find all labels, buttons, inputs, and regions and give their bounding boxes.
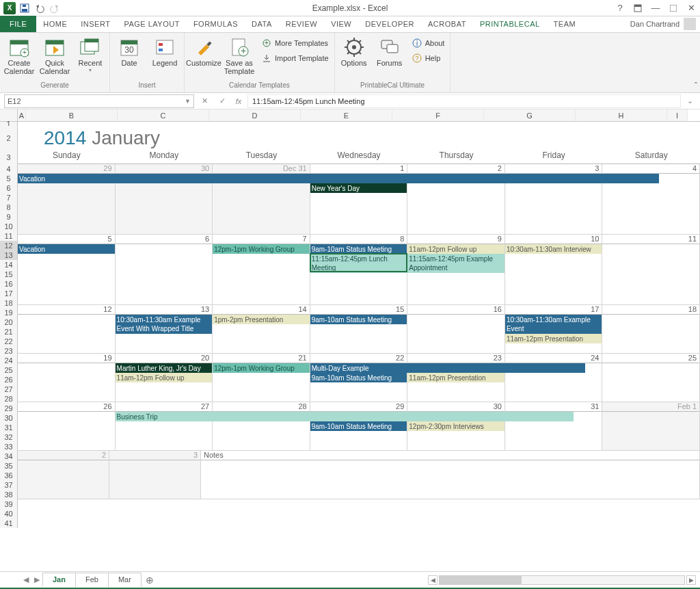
date-cell[interactable]: 28 — [213, 402, 310, 412]
calendar-event[interactable]: 11am-12pm Presentation — [505, 334, 602, 343]
save-icon[interactable] — [18, 1, 31, 15]
calendar-event[interactable]: 10:30am-11:30am Example Event — [505, 315, 602, 334]
row-header[interactable]: 17 — [0, 289, 18, 298]
row-header[interactable]: 30 — [0, 413, 18, 423]
row-header[interactable]: 23 — [0, 346, 18, 356]
collapse-ribbon-icon[interactable]: ˆ — [695, 81, 697, 91]
tab-data[interactable]: DATA — [245, 16, 279, 32]
row-header[interactable]: 16 — [0, 279, 18, 289]
sheet-tab-mar[interactable]: Mar — [108, 573, 142, 587]
date-cell[interactable]: 3 — [505, 164, 602, 174]
date-cell[interactable]: 31 — [505, 402, 602, 412]
date-cell[interactable]: 14 — [213, 305, 310, 315]
formula-input[interactable]: 11:15am-12:45pm Lunch Meeting — [247, 94, 681, 108]
tab-acrobat[interactable]: ACROBAT — [421, 16, 473, 32]
minimize-icon[interactable]: — — [649, 2, 662, 14]
tab-page-layout[interactable]: PAGE LAYOUT — [117, 16, 187, 32]
date-cell[interactable]: 21 — [213, 354, 310, 363]
date-cell[interactable]: 17 — [505, 305, 602, 315]
close-icon[interactable]: ✕ — [685, 2, 697, 14]
sheet-canvas[interactable]: 2014 January SundayMondayTuesdayWednesda… — [18, 122, 700, 571]
calendar-event[interactable]: Vacation — [18, 244, 115, 254]
row-header[interactable]: 8 — [0, 202, 18, 212]
tab-team[interactable]: TEAM — [547, 16, 583, 32]
date-cell[interactable]: 26 — [18, 402, 115, 412]
import-template-button[interactable]: Import Template — [258, 51, 332, 65]
calendar-event[interactable]: 11:15am-12:45pm Example Appointment — [407, 254, 504, 273]
help-icon[interactable]: ? — [614, 2, 626, 14]
sheet-nav-next-icon[interactable]: ▶ — [31, 575, 42, 584]
calendar-event[interactable]: 12pm-1pm Working Group — [213, 363, 310, 373]
col-header[interactable]: I — [667, 109, 688, 121]
about-button[interactable]: iAbout — [409, 36, 448, 50]
date-cell[interactable]: 23 — [407, 354, 504, 363]
calendar-event[interactable]: New Year's Day — [310, 183, 407, 193]
row-header[interactable]: 24 — [0, 356, 18, 365]
forums-button[interactable]: Forums — [373, 35, 406, 81]
row-header[interactable]: 37 — [0, 480, 18, 490]
more-templates-button[interactable]: +More Templates — [258, 36, 332, 50]
date-cell[interactable]: 20 — [116, 354, 213, 363]
calendar-event[interactable]: 11am-12pm Presentation — [407, 373, 504, 382]
calendar-event[interactable]: 1pm-2pm Presentation — [213, 315, 310, 324]
row-header[interactable]: 6 — [0, 183, 18, 193]
col-header[interactable]: D — [209, 109, 301, 121]
date-cell[interactable]: 15 — [310, 305, 407, 315]
sheet-tab-feb[interactable]: Feb — [75, 573, 109, 587]
customize-button[interactable]: Customize — [187, 35, 220, 81]
tab-developer[interactable]: DEVELOPER — [358, 16, 421, 32]
date-cell[interactable]: 22 — [310, 354, 407, 363]
date-cell[interactable]: 30 — [407, 402, 504, 412]
legend-button[interactable]: Legend — [148, 35, 181, 81]
row-header[interactable]: 15 — [0, 270, 18, 279]
date-cell[interactable]: 18 — [602, 305, 699, 315]
row-header[interactable]: 41 — [0, 519, 18, 528]
col-header[interactable]: G — [484, 109, 576, 121]
calendar-event[interactable]: 11am-12pm Follow up — [116, 373, 213, 382]
row-header[interactable]: 35 — [0, 461, 18, 471]
date-cell[interactable]: 16 — [407, 305, 504, 315]
row-header[interactable]: 39 — [0, 499, 18, 509]
date-cell[interactable]: 30 — [116, 164, 213, 174]
calendar-event[interactable]: 12pm-1pm Working Group — [213, 244, 310, 254]
row-header[interactable]: 20 — [0, 317, 18, 327]
date-cell[interactable]: 27 — [116, 402, 213, 412]
col-header[interactable]: A — [18, 109, 26, 121]
options-button[interactable]: Options — [338, 35, 371, 81]
horizontal-scrollbar[interactable]: ◀ ▶ — [428, 575, 696, 585]
row-header[interactable]: 14 — [0, 260, 18, 270]
help-button[interactable]: ?Help — [409, 51, 448, 65]
date-cell[interactable]: 29 — [310, 402, 407, 412]
user-account[interactable]: Dan Chartrand — [630, 18, 696, 30]
row-header[interactable]: 40 — [0, 509, 18, 519]
row-header[interactable]: 27 — [0, 384, 18, 394]
recent-button[interactable]: Recent▾ — [74, 35, 107, 81]
tab-insert[interactable]: INSERT — [74, 16, 117, 32]
row-header[interactable]: 34 — [0, 451, 18, 461]
col-header[interactable]: E — [301, 109, 392, 121]
fx-icon[interactable]: fx — [232, 97, 245, 105]
date-button[interactable]: 30Date — [113, 35, 146, 81]
date-cell[interactable]: 1 — [310, 164, 407, 174]
expand-formula-icon[interactable]: ⌄ — [684, 96, 696, 105]
date-cell[interactable]: 2 — [407, 164, 504, 174]
save-as-template-button[interactable]: +Save asTemplate — [223, 35, 256, 81]
tab-home[interactable]: HOME — [36, 16, 74, 32]
calendar-event[interactable]: 11am-12pm Follow up — [407, 244, 504, 254]
row-header[interactable]: 25 — [0, 365, 18, 375]
calendar-event[interactable]: 12pm-2:30pm Interviews — [407, 421, 504, 431]
row-header[interactable]: 7 — [0, 193, 18, 202]
row-header[interactable]: 33 — [0, 442, 18, 451]
row-header[interactable]: 3 — [0, 150, 18, 164]
calendar-event[interactable]: Martin Luther King, Jr's Day — [116, 363, 213, 373]
row-header[interactable]: 2 — [0, 126, 18, 150]
date-cell[interactable]: 9 — [407, 235, 504, 244]
date-cell[interactable]: 10 — [505, 235, 602, 244]
row-header[interactable]: 5 — [0, 174, 18, 183]
name-box[interactable]: E12 ▼ — [4, 94, 194, 108]
create-calendar-button[interactable]: +CreateCalendar — [3, 35, 36, 81]
calendar-event[interactable]: 9am-10am Status Meeting — [310, 373, 407, 382]
row-header[interactable]: 32 — [0, 432, 18, 442]
date-cell[interactable]: 7 — [213, 235, 310, 244]
row-header[interactable]: 21 — [0, 327, 18, 337]
